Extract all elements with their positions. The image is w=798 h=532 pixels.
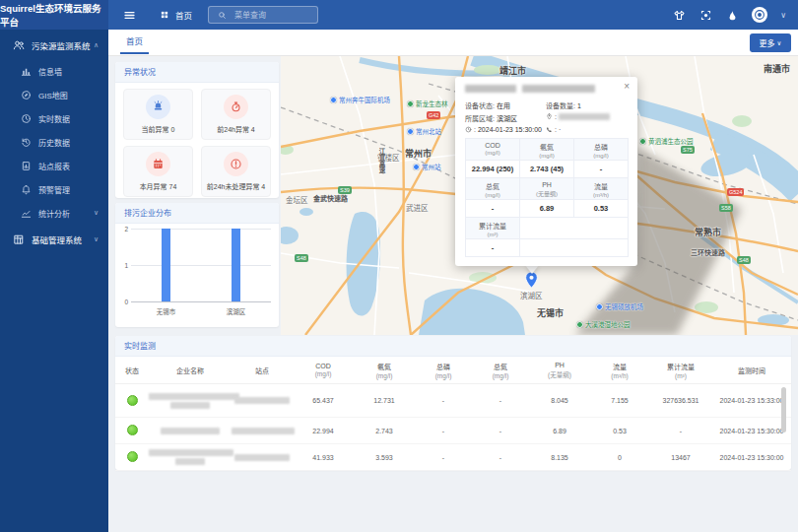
map[interactable]: 靖江市南通市常州市无锡市常熟市钟楼区金坛区武进区滨湖区金武快速路三环快速路江宜高…: [281, 56, 798, 335]
menu-search[interactable]: [208, 6, 318, 24]
x-category-label: 滨湖区: [227, 306, 246, 316]
metric-value: -: [466, 239, 520, 257]
monitor-table: 状态企业名称站点COD(mg/l)氨氮(mg/l)总磷(mg/l)总氮(mg/l…: [115, 357, 791, 471]
status-dot-online: [127, 395, 138, 406]
metric-header: COD(mg/l): [466, 139, 520, 161]
cell-value: 0.53: [590, 428, 649, 434]
abnormal-panel: 异常状况 当前异常 0前24h异常 4本月异常 74前24h未处理异常 4: [115, 62, 279, 198]
status-dot-online: [127, 451, 138, 462]
search-input[interactable]: [233, 10, 311, 21]
station-marker[interactable]: [524, 271, 539, 293]
bar-无锡市[interactable]: [162, 229, 170, 301]
gridline: [131, 229, 271, 230]
column-header-总磷: 总磷(mg/l): [415, 362, 472, 379]
abnormal-card[interactable]: 前24h未处理异常 4: [201, 146, 271, 197]
metric-value: 2.743 (45): [520, 161, 574, 178]
gridline: [131, 265, 271, 266]
theme-icon[interactable]: [672, 8, 686, 22]
cell-company-redacted: [149, 391, 232, 411]
screenshot-icon[interactable]: [698, 8, 712, 22]
table-header-row: 状态企业名称站点COD(mg/l)氨氮(mg/l)总磷(mg/l)总氮(mg/l…: [115, 357, 791, 384]
table-row[interactable]: 22.9942.743--6.890.53-2024-01-23 15:30:0…: [115, 418, 791, 444]
compass-icon: [21, 90, 32, 100]
cell-value: 65.437: [293, 397, 354, 404]
report-icon: [21, 161, 32, 171]
sidebar-item-实时数据[interactable]: 实时数据: [0, 106, 108, 130]
table-scrollbar[interactable]: [781, 387, 786, 432]
abnormal-card-label: 当前异常 0: [142, 124, 175, 134]
cell-value: -: [472, 428, 529, 434]
column-header-累计流量: 累计流量(m³): [649, 362, 712, 379]
column-header-氨氮: 氨氮(mg/l): [354, 362, 415, 379]
redacted-text: [234, 397, 290, 404]
sidebar-item-label: 信息墙: [38, 66, 62, 77]
sidebar-item-信息墙[interactable]: 信息墙: [0, 59, 108, 83]
abnormal-card[interactable]: 当前异常 0: [123, 89, 193, 140]
column-header-PH: PH(无量纲): [529, 362, 590, 379]
x-category-label: 无锡市: [157, 306, 176, 316]
sidebar-section-label: 基础管理系统: [32, 233, 82, 245]
target-icon: [224, 95, 248, 119]
sidebar-item-预警管理[interactable]: 预警管理: [0, 177, 108, 201]
bar-chart: 012无锡市滨湖区: [115, 224, 279, 327]
cell-value: 13467: [649, 454, 712, 461]
search-icon: [215, 8, 229, 22]
cell-value: -: [649, 428, 712, 434]
cell-value: 2.743: [354, 428, 415, 434]
device-count-field: 设备数量:1: [546, 100, 581, 110]
sidebar-section[interactable]: 基础管理系统∨: [0, 225, 108, 253]
sidebar-item-label: 预警管理: [38, 184, 70, 195]
bar-滨湖区[interactable]: [232, 229, 240, 301]
redacted-text: [149, 449, 233, 456]
chevron-down-icon[interactable]: ∨: [780, 11, 786, 20]
hamburger-icon[interactable]: [122, 8, 136, 22]
abnormal-card[interactable]: 本月异常 74: [123, 146, 193, 197]
avatar[interactable]: [752, 7, 767, 23]
calendar-icon: [146, 152, 170, 176]
region-field: 所属区域:滨湖区: [465, 113, 517, 123]
redacted-text: [232, 428, 295, 434]
more-button-label: 更多: [760, 37, 775, 48]
history-icon: [21, 137, 32, 148]
cell-value: 6.89: [529, 428, 590, 434]
cell-value: 2024-01-23 15:33:00: [712, 397, 791, 404]
phone-field: : ·: [546, 126, 561, 133]
metric-empty: [520, 218, 629, 239]
cell-company-redacted: [149, 426, 232, 436]
metric-header: 总氮(mg/l): [466, 178, 520, 200]
popup-arrow: [525, 265, 539, 274]
building-icon: [13, 233, 25, 245]
sidebar-section[interactable]: 污染源监测系统∧: [0, 31, 108, 59]
y-tick-label: 0: [115, 299, 128, 305]
cell-value: -: [415, 454, 472, 461]
more-button[interactable]: 更多 ∨: [750, 33, 791, 52]
topbar-home[interactable]: 首页: [158, 8, 192, 22]
cell-company-redacted: [149, 447, 232, 467]
column-header-监测时间: 监测时间: [712, 366, 791, 375]
flame-icon[interactable]: [725, 8, 739, 22]
distribution-panel-title: 排污企业分布: [115, 203, 279, 224]
y-tick-label: 2: [115, 226, 128, 233]
sidebar-item-站点报表[interactable]: 站点报表: [0, 154, 108, 177]
popup-metrics-table: COD(mg/l)氨氮(mg/l)总磷(mg/l)22.994 (250)2.7…: [465, 138, 629, 257]
users-icon: [13, 39, 25, 51]
sidebar-item-历史数据[interactable]: 历史数据: [0, 130, 108, 154]
metric-value: 0.53: [574, 200, 629, 218]
table-row[interactable]: 41.9333.593--8.1350134672024-01-23 15:30…: [115, 444, 791, 471]
sidebar: 污染源监测系统∧信息墙GIS地图实时数据历史数据站点报表预警管理统计分析∨基础管…: [0, 30, 108, 532]
redacted-text: [175, 458, 205, 465]
chevron-down-icon: ∨: [94, 209, 99, 217]
device-status-field: 设备状态:在用: [465, 100, 510, 110]
y-tick-label: 1: [115, 262, 128, 269]
bell-icon: [21, 184, 32, 195]
abnormal-card[interactable]: 前24h异常 4: [201, 89, 271, 140]
tab-home[interactable]: 首页: [120, 30, 149, 54]
sidebar-item-统计分析[interactable]: 统计分析∨: [0, 201, 108, 225]
table-row[interactable]: 65.43712.731--8.0457.155327636.5312024-0…: [115, 384, 791, 418]
close-icon[interactable]: ×: [624, 82, 630, 92]
abnormal-card-label: 前24h未处理异常 4: [207, 181, 266, 191]
sidebar-item-GIS地图[interactable]: GIS地图: [0, 83, 108, 106]
abnormal-panel-title: 异常状况: [115, 62, 279, 83]
cell-site-redacted: [232, 395, 293, 406]
sidebar-item-label: 历史数据: [38, 137, 70, 148]
